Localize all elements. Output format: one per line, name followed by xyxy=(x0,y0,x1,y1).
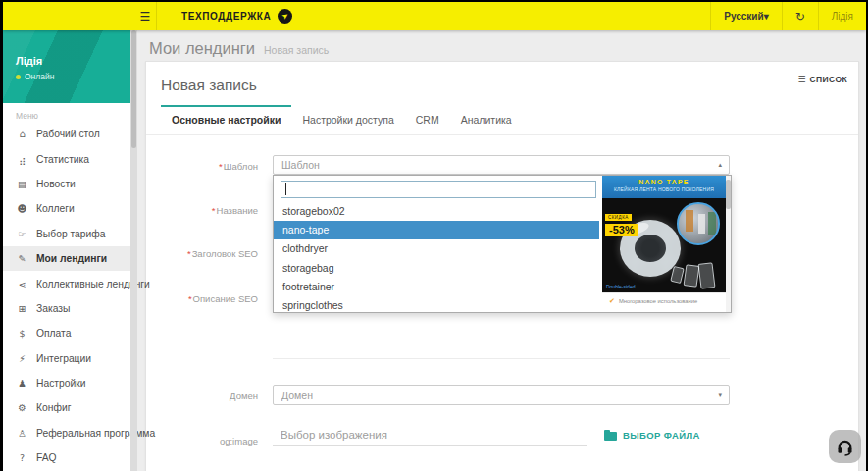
sidebar: Лідія Онлайн Меню ⌂Рабочий стол ⣴Статист… xyxy=(3,30,130,471)
chart-icon: ⣴ xyxy=(15,154,29,165)
chevron-down-icon: ▾ xyxy=(764,11,769,22)
question-icon: ? xyxy=(15,452,29,463)
check-icon: ✔ xyxy=(609,297,615,305)
language-label: Русский xyxy=(724,11,763,22)
sidebar-item-orders[interactable]: ⊞Заказы xyxy=(3,296,130,321)
template-dropdown-panel: storagebox02 nano-tape clothdryer storag… xyxy=(273,175,732,313)
language-selector[interactable]: Русский ▾ xyxy=(710,2,781,30)
headset-icon xyxy=(836,438,854,456)
template-select-placeholder: Шаблон xyxy=(274,159,320,171)
sidebar-item-statistics[interactable]: ⣴Статистика xyxy=(3,146,130,171)
preview-header: NANO TAPE КЛЕЙКАЯ ЛЕНТА НОВОГО ПОКОЛЕНИЯ xyxy=(602,176,726,198)
sidebar-item-news[interactable]: ▤Новости xyxy=(3,172,130,196)
template-field-label: *Шаблон xyxy=(146,161,258,172)
preview-feature-row: ✔ Многоразовое использование xyxy=(602,292,726,309)
preview-inset-photo xyxy=(677,202,720,245)
top-bar: Русский ▾ ↻ Лідія xyxy=(3,2,866,30)
telegram-icon: ➤ xyxy=(278,9,292,24)
text-caret xyxy=(285,183,286,195)
page-title: Мои лендинги xyxy=(149,39,255,58)
sidebar-item-dashboard[interactable]: ⌂Рабочий стол xyxy=(3,122,130,146)
plug-icon: ⚡ xyxy=(15,353,29,364)
sidebar-item-config[interactable]: ⚙Конфиг xyxy=(3,395,130,420)
template-select[interactable]: Шаблон ▴ xyxy=(273,155,730,175)
chevron-up-icon: ▴ xyxy=(718,161,722,169)
sidebar-item-settings[interactable]: ♟Настройки xyxy=(3,371,130,395)
domain-field-label: Домен xyxy=(146,391,258,401)
seo-description-field-label: *Описание SEO xyxy=(146,293,258,304)
tab-main-settings[interactable]: Основные настройки xyxy=(161,105,291,134)
template-search-input[interactable] xyxy=(281,181,596,198)
sidebar-item-integrations[interactable]: ⚡Интеграции xyxy=(3,346,130,371)
dollar-icon: $ xyxy=(15,328,29,339)
person-plus-icon: ♙ xyxy=(15,428,29,439)
preview-note: Double-sided xyxy=(606,284,635,289)
sidebar-item-tariff[interactable]: ☞Выбор тарифа xyxy=(3,222,130,246)
people-icon: ☻ xyxy=(15,203,29,214)
dashboard-icon: ⌂ xyxy=(15,129,29,139)
sidebar-item-colleagues[interactable]: ☻Коллеги xyxy=(3,196,130,221)
sidebar-item-referral[interactable]: ♙Реферальная программа xyxy=(3,421,130,445)
option-storagebag[interactable]: storagebag xyxy=(274,259,599,278)
dropdown-scrollbar[interactable] xyxy=(726,176,731,312)
choose-file-button[interactable]: ВЫБОР ФАЙЛА xyxy=(604,430,700,441)
sidebar-item-my-landings[interactable]: ✎Мои лендинги xyxy=(3,246,130,271)
sidebar-toggle-button[interactable]: ☰ xyxy=(134,2,156,30)
tab-crm[interactable]: CRM xyxy=(405,105,450,134)
online-status-dot xyxy=(16,75,21,79)
support-chat-widget[interactable] xyxy=(829,430,861,463)
sidebar-user-block: Лідія Онлайн xyxy=(3,30,130,103)
hamburger-icon: ☰ xyxy=(140,10,151,24)
option-clothdryer[interactable]: clothdryer xyxy=(274,239,599,258)
topbar-username: Лідія xyxy=(832,11,853,22)
tab-analytics[interactable]: Аналитика xyxy=(450,105,523,134)
share-icon: ⋖ xyxy=(15,279,29,289)
seo-title-field-label: *Заголовок SEO xyxy=(146,248,258,259)
option-springclothes[interactable]: springclothes xyxy=(274,296,599,313)
news-icon: ▤ xyxy=(15,179,29,189)
name-field-label: *Название xyxy=(146,205,258,216)
content-area: Мои лендинги Новая запись Новая запись ☰… xyxy=(137,30,866,471)
list-icon: ☰ xyxy=(797,75,805,84)
sidebar-scrollbar[interactable] xyxy=(130,30,137,471)
app-window: Русский ▾ ↻ Лідія LP-mobi.biz Конструкто… xyxy=(3,2,866,471)
domain-select[interactable]: Домен ▾ xyxy=(273,385,730,405)
new-record-card: Новая запись ☰ СПИСОК Основные настройки… xyxy=(145,61,859,471)
preview-photo: СКИДКА -53% Double-sided xyxy=(602,198,726,292)
field-underline xyxy=(273,358,730,359)
domain-select-placeholder: Домен xyxy=(274,390,313,401)
og-image-input-underline xyxy=(273,445,587,446)
cart-icon: ⊞ xyxy=(15,303,29,314)
og-image-field-label: og:image xyxy=(146,436,258,446)
topbar-user[interactable]: Лідія xyxy=(818,2,866,30)
support-button[interactable]: ТЕХПОДДЕРЖКА ➤ xyxy=(170,2,304,30)
preview-feature-text: Многоразовое использование xyxy=(619,298,697,304)
list-button[interactable]: ☰ СПИСОК xyxy=(797,75,847,84)
tab-access-settings[interactable]: Настройки доступа xyxy=(291,105,404,134)
sidebar-username: Лідія xyxy=(16,55,42,67)
topbar-divider xyxy=(156,2,157,30)
tab-bar: Основные настройки Настройки доступа CRM… xyxy=(146,105,858,135)
sidebar-item-faq[interactable]: ?FAQ xyxy=(3,445,130,470)
card-title: Новая запись xyxy=(161,77,257,94)
og-image-input[interactable]: Выбор изображения xyxy=(281,429,387,441)
option-storagebox02[interactable]: storagebox02 xyxy=(274,202,599,221)
refresh-button[interactable]: ↻ xyxy=(782,2,818,30)
chevron-down-icon: ▾ xyxy=(718,392,722,399)
sidebar-item-collective-landings[interactable]: ⋖Коллективные лендинги xyxy=(3,271,130,295)
option-footretainer[interactable]: footretainer xyxy=(274,278,599,296)
online-status-label: Онлайн xyxy=(25,72,54,81)
sidebar-scrollbar-thumb[interactable] xyxy=(131,30,136,148)
preview-subtitle: КЛЕЙКАЯ ЛЕНТА НОВОГО ПОКОЛЕНИЯ xyxy=(602,186,726,192)
hand-pointer-icon: ☞ xyxy=(15,229,29,239)
gear-icon: ⚙ xyxy=(15,402,29,413)
option-nano-tape[interactable]: nano-tape xyxy=(274,221,599,239)
dropdown-scrollbar-thumb[interactable] xyxy=(726,180,731,209)
sidebar-item-payment[interactable]: $Оплата xyxy=(3,321,130,345)
breadcrumb-current: Новая запись xyxy=(264,44,329,56)
menu-section-label: Меню xyxy=(16,111,38,121)
template-preview-image: NANO TAPE КЛЕЙКАЯ ЛЕНТА НОВОГО ПОКОЛЕНИЯ… xyxy=(602,176,726,309)
template-options-list: storagebox02 nano-tape clothdryer storag… xyxy=(274,202,599,313)
breadcrumb: Мои лендинги Новая запись xyxy=(149,39,329,58)
discount-badge: СКИДКА -53% xyxy=(605,205,638,236)
